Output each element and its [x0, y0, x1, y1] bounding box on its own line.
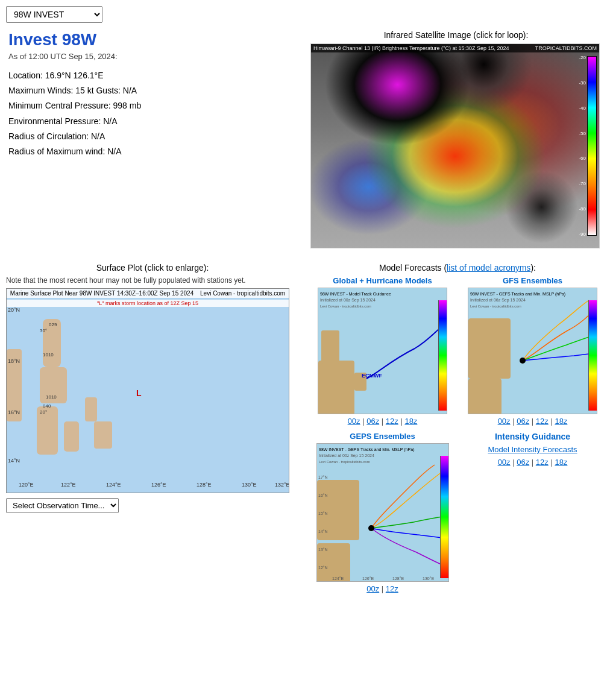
gfs-06z-link[interactable]: 06z: [517, 417, 529, 426]
station-label-5: 040: [43, 403, 51, 409]
sat-imagery: [311, 44, 599, 248]
global-model-title: Global + Hurricane Models: [311, 276, 454, 285]
gfs-track-image[interactable]: 98W INVEST - GEFS Tracks and Min. MSLP (…: [468, 288, 597, 414]
lon-label-4: 126°E: [151, 482, 166, 488]
sat-header-bar: Himawari-9 Channel 13 (IR) Brightness Te…: [311, 44, 599, 52]
sat-caption: Himawari-9 Channel 13 (IR) Brightness Te…: [313, 45, 509, 51]
intensity-link[interactable]: Model Intensity Forecasts: [461, 445, 604, 454]
surface-map-title: Marine Surface Plot Near 98W INVEST 14:3…: [7, 289, 289, 298]
gfs-caption: 98W INVEST - GEFS Tracks and Min. MSLP (…: [470, 292, 565, 297]
svg-text:13°N: 13°N: [318, 547, 328, 552]
gfs-model-block: GFS Ensembles 98W INVEST - GEFS Tracks a…: [461, 276, 604, 426]
gfs-00z-link[interactable]: 00z: [498, 417, 511, 426]
ir-section: Infrared Satellite Image (click for loop…: [308, 28, 604, 251]
gfs-12z-link[interactable]: 12z: [536, 417, 549, 426]
track-colorbar: [438, 300, 447, 411]
surface-label: Surface Plot (click to enlarge):: [6, 263, 299, 273]
global-model-block: Global + Hurricane Models 98W INVEST - M…: [311, 276, 454, 426]
geps-subcaption: Initialized at 00z Sep 15 2024: [319, 453, 374, 458]
track-author: Levi Cowan - tropicaltidbits.com: [320, 304, 371, 308]
sat-source: TROPICALTIDBITS.COM: [535, 45, 597, 51]
gfs-author: Levi Cowan - tropicaltidbits.com: [470, 304, 521, 308]
lon-label-1: 120°E: [19, 482, 34, 488]
svg-text:124°E: 124°E: [332, 576, 344, 581]
global-12z-link[interactable]: 12z: [386, 417, 398, 426]
land-east-mindanao: [64, 421, 79, 452]
as-of-text: As of 12:00 UTC Sep 15, 2024:: [8, 52, 300, 61]
intensity-06z-link[interactable]: 06z: [517, 458, 529, 467]
gfs-18z-link[interactable]: 18z: [555, 417, 567, 426]
colorbar: [587, 56, 597, 236]
geps-storm-dot: [368, 525, 374, 531]
intensity-12z-link[interactable]: 12z: [536, 458, 549, 467]
lat-label-4: 14°N: [8, 458, 20, 464]
svg-text:128°E: 128°E: [392, 576, 404, 581]
ir-label: Infrared Satellite Image (click for loop…: [310, 30, 602, 40]
surface-note: Note that the most recent hour may not b…: [6, 276, 299, 285]
surface-section: Surface Plot (click to enlarge): Note th…: [6, 263, 299, 593]
global-track-image[interactable]: 98W INVEST - Model Track Guidance Initia…: [318, 288, 447, 414]
global-06z-link[interactable]: 06z: [366, 417, 379, 426]
lat-label-3: 16°N: [8, 409, 20, 415]
colorbar-labels: -20 -30 -40 -50 -60 -70 -80 -90: [579, 55, 586, 237]
lat-label-2: 18°N: [8, 358, 20, 364]
svg-text:126°E: 126°E: [362, 576, 374, 581]
lon-label-5: 128°E: [197, 482, 212, 488]
obs-dropdown-container: Select Observation Time...: [6, 498, 299, 513]
model-subgrid: Global + Hurricane Models 98W INVEST - M…: [311, 276, 604, 426]
storm-selector-container: 98W INVEST: [6, 6, 604, 23]
surface-map[interactable]: Marine Surface Plot Near 98W INVEST 14:3…: [6, 288, 289, 493]
track-caption: 98W INVEST - Model Track Guidance: [320, 292, 391, 296]
surface-map-subtitle: "L" marks storm location as of 12Z Sep 1…: [7, 300, 289, 307]
storm-info-block: Location: 16.9°N 126.1°E Maximum Winds: …: [8, 68, 300, 159]
storm-selector[interactable]: 98W INVEST: [6, 6, 102, 23]
lat-label-1: 20°N: [8, 307, 20, 313]
model-label: Model Forecasts (list of model acronyms)…: [311, 263, 604, 273]
track-svg: 98W INVEST - Model Track Guidance Initia…: [318, 288, 447, 414]
ir-satellite-image[interactable]: Himawari-9 Channel 13 (IR) Brightness Te…: [310, 43, 600, 248]
geps-colorbar: [440, 456, 448, 578]
storm-title: Invest 98W: [8, 30, 300, 49]
intensity-title: Intensity Guidance: [461, 432, 604, 441]
storm-radius-circ: Radius of Circulation: N/A: [8, 129, 300, 144]
geps-caption: 98W INVEST - GEPS Tracks and Min. MSLP (…: [319, 447, 414, 452]
gfs-colorbar: [588, 300, 597, 411]
svg-text:130°E: 130°E: [423, 576, 434, 581]
geps-time-links: 00z | 12z: [311, 584, 454, 593]
storm-env-pressure: Environmental Pressure: N/A: [8, 114, 300, 129]
gfs-track-svg: 98W INVEST - GEFS Tracks and Min. MSLP (…: [468, 288, 597, 414]
storm-min-pressure: Minimum Central Pressure: 998 mb: [8, 98, 300, 113]
station-label-3: 1010: [43, 352, 54, 358]
intensity-18z-link[interactable]: 18z: [555, 458, 567, 467]
geps-author: Levi Cowan - tropicaltidbits.com: [319, 460, 370, 464]
svg-text:14°N: 14°N: [318, 529, 328, 534]
global-00z-link[interactable]: 00z: [348, 417, 360, 426]
intensity-time-links: 00z | 06z | 12z | 18z: [461, 458, 604, 467]
model-section: Model Forecasts (list of model acronyms)…: [311, 263, 604, 593]
intensity-00z-link[interactable]: 00z: [498, 458, 511, 467]
storm-location: Location: 16.9°N 126.1°E: [8, 68, 300, 83]
lon-label-2: 122°E: [61, 482, 76, 488]
gfs-storm-dot: [520, 358, 526, 364]
gfs-time-links: 00z | 06z | 12z | 18z: [461, 417, 604, 426]
geps-00z-link[interactable]: 00z: [366, 584, 379, 593]
obs-time-selector[interactable]: Select Observation Time...: [6, 498, 119, 513]
lon-label-6: 130°E: [242, 482, 257, 488]
storm-radius-wind: Radius of Maximum wind: N/A: [8, 144, 300, 159]
sep2: |: [382, 417, 386, 426]
global-time-links: 00z | 06z | 12z | 18z: [311, 417, 454, 426]
geps-12z-link[interactable]: 12z: [386, 584, 398, 593]
svg-text:17°N: 17°N: [318, 475, 328, 479]
svg-text:15°N: 15°N: [318, 511, 328, 516]
global-18z-link[interactable]: 18z: [404, 417, 417, 426]
gfs-subcaption: Initialized at 06z Sep 15 2024: [470, 298, 526, 303]
second-model-row: GEPS Ensembles 98W INVEST - GEPS: [311, 432, 604, 593]
top-section: Invest 98W As of 12:00 UTC Sep 15, 2024:…: [6, 28, 604, 251]
lon-label-7: 132°E: [275, 482, 289, 488]
model-acronyms-link[interactable]: list of model acronyms: [447, 263, 530, 273]
station-label-2: 30°: [40, 328, 47, 333]
geps-image[interactable]: 98W INVEST - GEPS Tracks and Min. MSLP (…: [316, 443, 449, 582]
gfs-sep2: |: [532, 417, 536, 426]
storm-max-winds: Maximum Winds: 15 kt Gusts: N/A: [8, 83, 300, 98]
gfs-model-title: GFS Ensembles: [461, 276, 604, 285]
